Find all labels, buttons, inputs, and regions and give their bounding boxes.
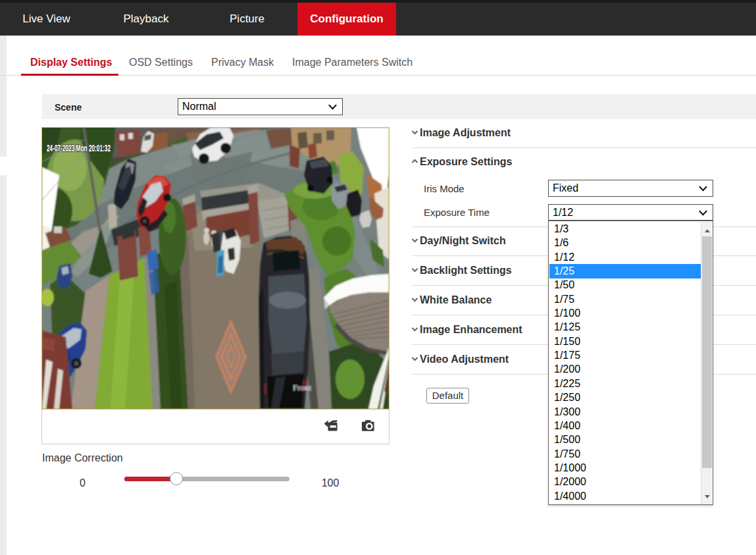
- svg-text:Front: Front: [293, 383, 312, 392]
- svg-text:24-07-2023 Mon 20:01:32: 24-07-2023 Mon 20:01:32: [47, 142, 111, 153]
